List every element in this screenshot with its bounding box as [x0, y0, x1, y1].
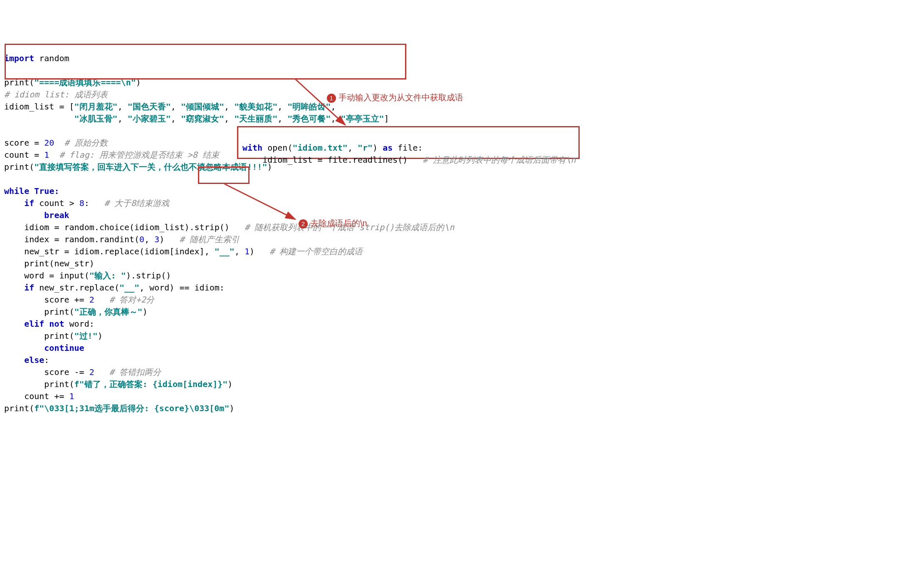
annotation-2: 2去除成语后的\n: [299, 217, 367, 229]
annotation-badge-1: 1: [327, 94, 336, 103]
fn-print: print(: [4, 77, 34, 87]
annotation-text-1: 手动输入更改为从文件中获取成语: [338, 93, 463, 102]
annotation-1: 1手动输入更改为从文件中获取成语: [327, 92, 463, 104]
annotation-text-2: 去除成语后的\n: [310, 218, 367, 228]
module-name: random: [34, 53, 69, 63]
string-title: "====成语填填乐====\n": [34, 77, 136, 87]
annotation-badge-2: 2: [299, 219, 308, 228]
code-block: import random print("====成语填填乐====\n") #…: [4, 52, 920, 415]
comment-idiom-list: # idiom list: 成语列表: [4, 89, 108, 99]
keyword-import: import: [4, 53, 34, 63]
